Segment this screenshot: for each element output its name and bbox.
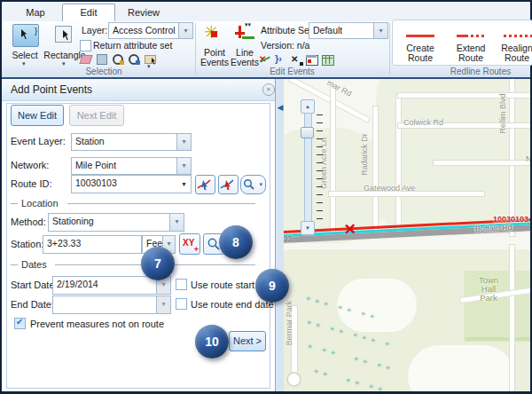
chevron-down-icon[interactable]: ▼ — [181, 181, 187, 187]
station-33-label: 33 — [284, 234, 292, 242]
zoom-slider-ticks — [317, 114, 323, 223]
route-id-combobox[interactable]: 10030103 ▼ — [71, 175, 192, 193]
point-events-icon[interactable]: ✳ — [204, 24, 225, 45]
select-button[interactable]: Select — [4, 51, 46, 60]
method-combobox[interactable]: Stationing ▾ — [48, 213, 184, 232]
callout-9: 9 — [255, 269, 289, 303]
layer-combobox[interactable]: Access Control ▾ — [108, 22, 193, 39]
line-events-icon[interactable]: ▾▾ — [234, 24, 257, 45]
route-search-button[interactable]: ▾ — [240, 175, 266, 194]
station-input[interactable]: 3+23.33 — [43, 235, 142, 254]
zoom-to-selection-icon[interactable] — [112, 53, 124, 65]
end-date-picker[interactable]: ▾ — [52, 296, 171, 314]
road-rellim-blvd-south — [509, 244, 515, 391]
chevron-down-icon[interactable]: ▾ — [156, 296, 170, 313]
group-separator — [195, 23, 196, 75]
panel-title: Add Point Events — [11, 83, 92, 96]
close-icon[interactable]: ✕ — [262, 83, 275, 96]
event-attributes-window-icon[interactable] — [306, 54, 318, 66]
realign-route-button[interactable]: Realign Route — [499, 43, 532, 63]
xy-coordinates-button[interactable]: XY + — [179, 233, 200, 255]
zoom-in-button[interactable]: ▲ — [301, 99, 315, 114]
park-edge — [466, 337, 530, 341]
map-landcover — [408, 345, 514, 391]
cul-de-sac — [286, 372, 301, 387]
route-id-value: 10030103 — [75, 177, 117, 188]
redline-routes-box: Create Route Extend Route Realign Route — [392, 20, 532, 66]
chevron-down-icon[interactable]: ▾ — [169, 214, 184, 231]
line-events-button[interactable]: Line Events — [227, 48, 262, 67]
select-tool-icon[interactable]: } — [12, 24, 39, 47]
start-date-label: Start Date: — [11, 280, 58, 290]
merge-events-icon[interactable]: }› — [275, 54, 287, 66]
create-route-button[interactable]: Create Route — [396, 43, 444, 63]
tab-edit[interactable]: Edit — [62, 4, 115, 22]
next-button[interactable]: Next > — [229, 331, 266, 351]
prevent-measures-label: Prevent measures not on route — [30, 319, 164, 329]
select-route-on-map-button[interactable] — [195, 175, 215, 194]
pan-to-selection-icon[interactable] — [128, 53, 140, 65]
station-value: 3+23.33 — [47, 238, 81, 248]
return-attribute-set-label: Return attribute set — [93, 41, 182, 51]
road-radarick-dr — [372, 106, 379, 239]
end-date-label: End Date: — [11, 299, 54, 310]
colwick-rd-label: Colwick Rd — [403, 118, 443, 127]
tab-map[interactable]: Map — [16, 4, 55, 21]
callout-7: 7 — [141, 247, 175, 280]
zoom-out-button[interactable]: ▼ — [301, 221, 315, 235]
return-attribute-set-checkbox[interactable] — [80, 40, 91, 51]
rectangle-tool-icon[interactable] — [53, 24, 76, 45]
tab-review[interactable]: Review — [121, 4, 167, 21]
layer-value: Access Control — [113, 25, 176, 35]
prevent-measures-checkbox[interactable] — [14, 318, 26, 329]
event-location-x-marker: ✕ — [343, 220, 356, 240]
chevron-down-icon[interactable]: ▾ — [22, 60, 26, 67]
event-layer-value: Station — [75, 136, 105, 146]
event-layer-label: Event Layer: — [11, 136, 66, 146]
selection-group-label: Selection — [64, 67, 144, 76]
use-route-end-date-label: Use route end date — [191, 299, 274, 310]
start-date-value: 2/19/2014 — [57, 279, 98, 289]
road-horizontal — [433, 160, 530, 166]
select-route-alternate-button[interactable] — [218, 175, 239, 194]
clear-selection-icon[interactable] — [80, 53, 92, 65]
callout-8: 8 — [219, 225, 253, 259]
ribbon-tab-bar: Map Edit Review — [2, 2, 530, 21]
edit-events-group-label: Edit Events — [259, 67, 325, 76]
attribute-set-value: Default — [313, 25, 342, 35]
chevron-down-icon[interactable]: ▾ — [259, 181, 262, 188]
map-canvas[interactable]: ✕ Buffalo Rd 33 10030103 mar Rd Colwick … — [284, 79, 530, 391]
extend-route-button[interactable]: Extend Route — [448, 43, 494, 63]
next-edit-button[interactable]: Next Edit — [69, 105, 124, 126]
ribbon: } Select ▾ Rectangle ▾ Layer: Access Con… — [2, 21, 530, 77]
method-value: Stationing — [52, 216, 94, 226]
delete-event-icon[interactable]: ✕ — [259, 54, 271, 66]
redline-routes-group-label: Redline Routes — [441, 67, 520, 76]
zoom-slider-thumb[interactable] — [301, 127, 314, 138]
location-section-legend: Location — [11, 198, 264, 209]
network-combobox[interactable]: Mile Point ▾ — [71, 157, 192, 175]
group-separator — [389, 23, 390, 75]
use-route-start-date-checkbox[interactable] — [176, 279, 187, 290]
attribute-set-combobox[interactable]: Default ▾ — [309, 22, 388, 39]
split-event-icon[interactable]: ✕ — [291, 54, 303, 66]
chevron-down-icon[interactable]: ▾ — [373, 23, 387, 38]
chevron-down-icon[interactable]: ▾ — [176, 134, 191, 150]
event-layer-combobox[interactable]: Station ▾ — [71, 133, 192, 151]
chevron-down-icon[interactable]: ▾ — [176, 158, 191, 174]
chevron-down-icon[interactable]: ▾ — [147, 63, 151, 70]
bermar-park-label: Bermar Park — [285, 288, 293, 359]
road-vertical — [395, 93, 402, 237]
realign-route-icon — [504, 35, 532, 37]
application-window: Map Edit Review } Select ▾ Rectangle ▾ L… — [0, 0, 532, 394]
radarick-dr-label: Radarick Dr — [360, 119, 369, 190]
route-number-label: 10030103 — [493, 215, 528, 224]
event-table-icon[interactable] — [322, 54, 334, 66]
use-route-end-date-checkbox[interactable] — [176, 298, 187, 310]
select-all-icon[interactable] — [96, 53, 108, 65]
new-edit-button[interactable]: New Edit — [11, 105, 64, 126]
road-horizontal — [397, 92, 530, 98]
chevron-down-icon[interactable]: ▾ — [178, 23, 192, 38]
method-label: Method: — [11, 217, 46, 227]
panel-header: Add Point Events ✕ — [2, 79, 275, 101]
